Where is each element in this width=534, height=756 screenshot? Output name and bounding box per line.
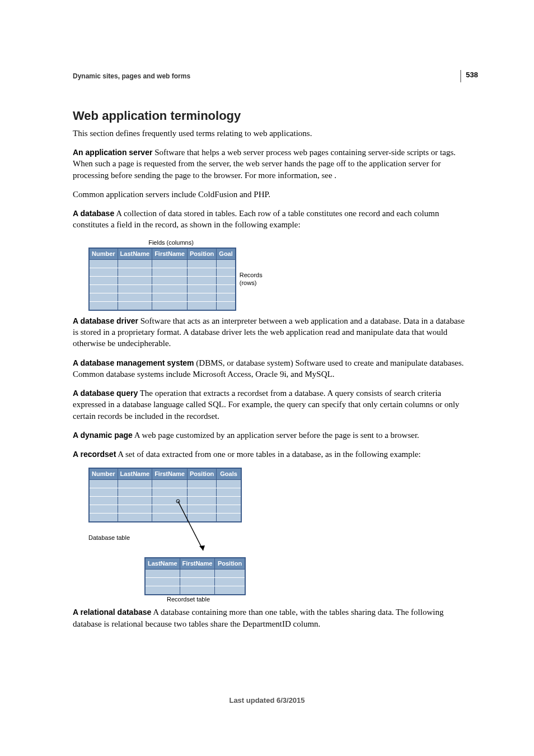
fig1-side-l2: (rows) xyxy=(240,279,257,286)
term-label: A database query xyxy=(73,389,138,398)
term-dynamic-page: A dynamic page A web page customized by … xyxy=(73,430,467,441)
term-label: A database driver xyxy=(73,316,138,325)
table-header: LastName xyxy=(118,468,152,479)
intro-text: This section defines frequently used ter… xyxy=(73,128,467,139)
term-dbms: A database management system (DBMS, or d… xyxy=(73,357,467,380)
term-label: A relational database xyxy=(73,608,151,617)
arrow-icon xyxy=(172,498,217,560)
fig2-db-table: NumberLastNameFirstNamePositionGoals xyxy=(88,468,242,522)
term-db-driver: A database driver Software that acts as … xyxy=(73,315,467,349)
term-recordset: A recordset A set of data extracted from… xyxy=(73,449,467,460)
table-row xyxy=(89,302,236,310)
fig1-table: NumberLastNameFirstNamePositionGoal xyxy=(88,248,236,310)
term-label: An application server xyxy=(73,148,152,157)
table-row xyxy=(89,514,241,522)
table-row xyxy=(89,505,241,514)
term-label: A database xyxy=(73,209,114,218)
fig2-db-label: Database table xyxy=(88,534,130,542)
term-database: A database A collection of data stored i… xyxy=(73,208,467,231)
figure-recordset: NumberLastNameFirstNamePositionGoals Dat… xyxy=(73,468,467,602)
page-content: Dynamic sites, pages and web forms Web a… xyxy=(0,0,534,629)
table-row xyxy=(89,497,241,505)
table-row xyxy=(145,570,245,578)
fig1-side-label: Records (rows) xyxy=(240,272,263,286)
table-row xyxy=(89,260,236,268)
term-def: A web page customized by an application … xyxy=(134,431,419,440)
fig1-caption-top: Fields (columns) xyxy=(88,239,254,247)
svg-line-0 xyxy=(178,501,203,550)
table-header: LastName xyxy=(118,248,152,259)
term-relational-db: A relational database A database contain… xyxy=(73,606,467,629)
page-number: 538 xyxy=(466,70,478,80)
table-header: Goals xyxy=(217,468,241,479)
table-header: FirstName xyxy=(152,248,188,259)
para-common-servers: Common application servers include ColdF… xyxy=(73,189,467,200)
term-app-server: An application server Software that help… xyxy=(73,147,467,181)
section-title: Web application terminology xyxy=(73,108,467,124)
term-label: A dynamic page xyxy=(73,431,133,440)
page-number-box: 538 xyxy=(460,70,478,82)
fig2-recordset-table: LastNameFirstNamePosition xyxy=(144,557,246,595)
table-header: Position xyxy=(215,558,245,569)
table-row xyxy=(145,586,245,595)
fig1-side-l1: Records xyxy=(240,272,263,278)
breadcrumb: Dynamic sites, pages and web forms xyxy=(73,72,467,81)
table-header: LastName xyxy=(145,558,180,569)
table-row xyxy=(89,293,236,302)
term-label: A database management system xyxy=(73,358,194,367)
term-db-query: A database query The operation that extr… xyxy=(73,388,467,422)
footer-last-updated: Last updated 6/3/2015 xyxy=(0,696,534,706)
svg-marker-1 xyxy=(199,545,205,550)
table-row xyxy=(89,285,236,293)
table-header: Goal xyxy=(217,248,236,259)
term-label: A recordset xyxy=(73,450,116,459)
table-row xyxy=(89,268,236,277)
figure-db-table-structure: Fields (columns) NumberLastNameFirstName… xyxy=(73,239,467,311)
table-row xyxy=(145,578,245,586)
table-row xyxy=(89,480,241,488)
table-header: Position xyxy=(187,248,216,259)
table-header: FirstName xyxy=(180,558,215,569)
fig2-rs-label: Recordset table xyxy=(167,595,210,604)
table-row xyxy=(89,277,236,285)
table-header: Number xyxy=(89,468,118,479)
table-header: Number xyxy=(89,248,118,259)
table-header: FirstName xyxy=(152,468,188,479)
term-def: A collection of data stored in tables. E… xyxy=(73,209,439,229)
table-row xyxy=(89,488,241,497)
table-header: Position xyxy=(187,468,216,479)
term-def: A set of data extracted from one or more… xyxy=(118,450,420,459)
